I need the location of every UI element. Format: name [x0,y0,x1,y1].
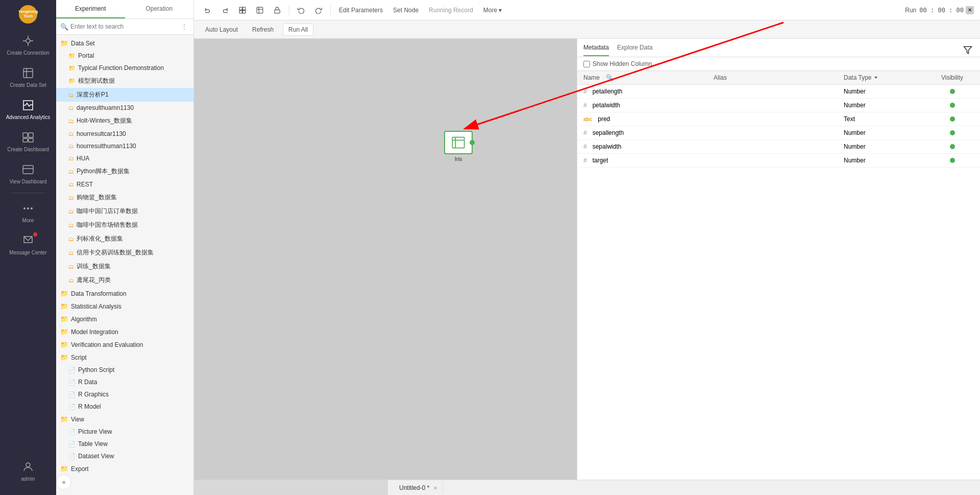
symbol-target: # [583,157,587,164]
leaf-table-view[interactable]: 📄 Table View [56,438,193,450]
leaf-r-data[interactable]: 📄 R Data [56,376,193,388]
leaf-deep-analysis[interactable]: 🗂 深度分析P1 [56,88,193,102]
leaf-normalize[interactable]: 🗂 列标准化_数据集 [56,232,193,246]
refresh-button[interactable]: Refresh [247,24,279,35]
run-timer: 00 : 00 : 00 [919,7,964,14]
leaf-model-test[interactable]: 📁 模型测试数据 [56,74,193,88]
folder-label-dt: Data Transformation [71,290,127,297]
leaf-r-graphics[interactable]: 📄 R Graphics [56,388,193,400]
leaf-coffee-market[interactable]: 🗂 咖啡中国市场销售数据 [56,218,193,232]
canvas-node-iris[interactable]: Iris [444,131,473,162]
sidebar-item-view-dashboard[interactable]: View Dashboard [0,157,56,190]
auto-layout-label: Auto Layout [205,26,238,33]
folder-script[interactable]: 📁 Script [56,351,193,364]
toolbar-undo[interactable] [200,5,215,16]
vis-badge-target [950,158,955,163]
leaf-hua[interactable]: 🗂 HUA [56,152,193,164]
folder-model-integration[interactable]: 📁 Model Integration [56,325,193,338]
col-type-label: Data Type [844,74,871,81]
sidebar-bottom: admin [19,455,37,495]
meta-tab-explore[interactable]: Explore Data [617,40,652,56]
leaf-portal[interactable]: 📁 Portal [56,50,193,62]
toolbar-more[interactable]: More ▾ [479,5,506,16]
leaf-r-model[interactable]: 📄 R Model [56,400,193,413]
tab-operation[interactable]: Operation [125,0,194,18]
leaf-icon-python-script: 📄 [68,367,76,373]
toolbar-edit-params[interactable]: Edit Parameters [335,5,387,16]
folder-algorithm[interactable]: 📁 Algorithm [56,313,193,325]
filter-icon-button[interactable] [961,43,975,57]
leaf-dataset-view[interactable]: 📄 Dataset View [56,450,193,462]
leaf-icon-picture-view: 📄 [68,429,76,435]
col-header-name: Name 🔍 [583,74,714,81]
sidebar-label-create-connection: Create Connection [7,50,49,56]
type-sepalwidth: Number [844,143,866,150]
tree-collapse-button[interactable]: « [56,475,71,490]
sidebar-item-create-dashboard[interactable]: Create Dashboard [0,125,56,157]
name-pred: pred [598,115,610,123]
toolbar-layout-icon[interactable] [235,5,250,16]
leaf-holtwinters[interactable]: 🗂 Holt-Winters_数据集 [56,114,193,128]
toolbar-set-node[interactable]: Set Node [389,5,423,16]
leaf-icon-table-view: 📄 [68,441,76,447]
sidebar-item-create-connection[interactable]: Create Connection [0,29,56,61]
toolbar-lock-icon[interactable] [270,5,285,16]
leaf-icon-r-model: 📄 [68,404,76,410]
folder-view[interactable]: 📁 View [56,413,193,426]
bottom-tab-close-button[interactable]: ✕ [433,485,437,491]
svg-rect-13 [239,10,242,13]
leaf-icon-holtwinters: 🗂 [68,118,74,124]
tree-more-button[interactable]: ⋮ [179,22,189,31]
search-input[interactable] [70,23,177,30]
meta-tab-metadata[interactable]: Metadata [583,40,609,56]
leaf-picture-view[interactable]: 📄 Picture View [56,426,193,438]
toolbar-divider-1 [289,5,289,15]
metadata-panel: Metadata Explore Data Show Hidden Column… [577,39,980,480]
sidebar-divider-1 [11,193,45,193]
folder-data-transformation[interactable]: 📁 Data Transformation [56,287,193,300]
admin-icon [21,460,35,474]
leaf-hourresultcar[interactable]: 🗂 hourresultcar1130 [56,128,193,140]
sidebar-item-create-dataset[interactable]: Create Data Set [0,61,56,93]
leaf-python-script[interactable]: 📄 Python Script [56,364,193,376]
leaf-hourresulthuman[interactable]: 🗂 hourresulthuman1130 [56,140,193,152]
leaf-credit-card[interactable]: 🗂 信用卡交易训练数据_数据集 [56,246,193,260]
sidebar-item-more[interactable]: More [0,196,56,228]
folder-verification[interactable]: 📁 Verification and Evaluation [56,338,193,351]
toolbar-running-record[interactable]: Running Record [425,5,477,16]
bottom-tab-untitled[interactable]: Untitled-0 * ✕ [394,482,443,493]
leaf-shopping[interactable]: 🗂 购物篮_数据集 [56,191,193,204]
folder-label-dataset: Data Set [71,40,95,47]
vis-badge-pred [950,116,955,122]
sidebar-label-message: Message Center [9,250,46,255]
leaf-python-data[interactable]: 🗂 Python脚本_数据集 [56,164,193,178]
folder-dataset[interactable]: 📁 Data Set [56,37,193,50]
toolbar-undo2[interactable] [293,5,309,16]
sidebar-item-admin[interactable]: admin [19,455,37,487]
toolbar-redo2[interactable] [311,5,326,16]
leaf-coffee-store[interactable]: 🗂 咖啡中国门店订单数据 [56,204,193,218]
leaf-dayresult[interactable]: 🗂 dayresulthuamn1130 [56,102,193,114]
leaf-label-python-data: Python脚本_数据集 [77,167,130,176]
leaf-training[interactable]: 🗂 训练_数据集 [56,260,193,273]
leaf-typical-function[interactable]: 📁 Typical Function Demonstration [56,62,193,74]
col-search-icon[interactable]: 🔍 [606,74,614,81]
run-all-button[interactable]: Run All [283,23,313,36]
sidebar-item-advanced-analytics[interactable]: Advanced Analytics [0,93,56,125]
folder-export[interactable]: 📁 Export [56,462,193,475]
toolbar-redo[interactable] [217,5,233,16]
dashboard-icon [21,130,35,145]
leaf-icon-iris-c: 🗂 [68,277,74,284]
tab-experiment[interactable]: Experiment [56,0,125,18]
leaf-iris-c[interactable]: 🗂 鸢尾花_丙类 [56,273,193,287]
auto-layout-button[interactable]: Auto Layout [200,24,243,35]
show-hidden-checkbox[interactable] [583,61,590,67]
leaf-rest[interactable]: 🗂 REST [56,178,193,191]
toolbar-grid-icon[interactable] [252,5,267,16]
sidebar-label-admin: admin [21,476,35,482]
view-dashboard-icon [21,162,35,177]
sidebar-item-message-center[interactable]: Message Center [0,228,56,261]
run-close-button[interactable]: ✕ [966,6,974,14]
leaf-label-dataset-view: Dataset View [78,453,114,460]
folder-statistical-analysis[interactable]: 📁 Statistical Analysis [56,300,193,313]
